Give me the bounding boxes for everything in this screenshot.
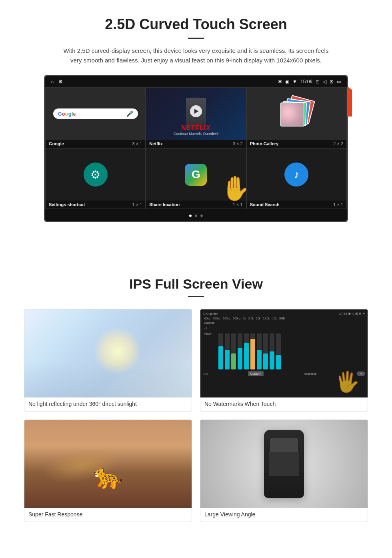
section1-description: With 2.5D curved-display screen, this de… (60, 46, 332, 65)
amp-balance-label: Balance (204, 321, 214, 324)
netflix-app-size: 3 × 2 (233, 141, 243, 146)
google-app-size: 3 × 1 (132, 141, 142, 146)
share-app-size: 1 × 1 (233, 202, 243, 207)
dot-1 (189, 215, 192, 217)
netflix-app-name: Netflix (149, 141, 163, 146)
app-cell-sound[interactable]: ♪ Sound Search 1 × 1 (246, 148, 347, 209)
gallery-app-name: Photo Gallery (250, 141, 279, 146)
loudness-label: loudness (304, 372, 317, 375)
amp-hz-15k: 15k (272, 317, 276, 320)
netflix-cell-inner: NETFLIX Continue Marvel's Daredevil (146, 88, 246, 140)
wifi-icon: ▼ (292, 79, 297, 84)
window-icon: ▭ (337, 79, 341, 84)
eq-bar-8 (263, 333, 268, 369)
settings-icon-wrap: ⚙ (84, 163, 108, 187)
car-shape (264, 430, 304, 498)
gallery-app-size: 2 × 2 (333, 141, 343, 146)
eq-bar-5 (244, 333, 249, 369)
settings-app-name: Settings shortcut (49, 202, 85, 207)
volume-icon: ◁ (323, 79, 326, 84)
app-cell-share[interactable]: G 🤚 Share location 1 × 1 (146, 148, 246, 209)
netflix-label-row: Netflix 3 × 2 (146, 140, 246, 148)
eq-bar-9 (270, 333, 274, 369)
share-app-name: Share location (149, 202, 180, 207)
feature-sunlight: No light reflecting under 360° direct su… (24, 309, 192, 411)
amp-hz-1k: 1k (243, 317, 246, 320)
netflix-play-btn[interactable] (190, 105, 202, 117)
gallery-label-row: Photo Gallery 2 × 2 (247, 140, 346, 148)
scroll-dots (45, 209, 347, 221)
custom-btn[interactable]: Custom (248, 371, 264, 376)
hand-overlay: 🤚 (220, 174, 246, 203)
cheetah-emoji: 🐆 (93, 462, 123, 490)
photo-stack (280, 98, 312, 130)
app-grid: Google 🎤 Google 3 × 1 (45, 87, 347, 209)
photo-card-4 (280, 102, 304, 126)
dot-3 (200, 215, 203, 217)
sound-app-size: 1 × 1 (333, 202, 343, 207)
status-bar-left: ⌂ ⚙ (51, 79, 63, 84)
google-cell-inner: Google 🎤 (46, 88, 145, 140)
amp-time: 17:33 ◉ ◁ ⊠ ⊟ ↩ (339, 312, 365, 315)
netflix-logo: NETFLIX (174, 124, 218, 132)
settings-label-row: Settings shortcut 1 × 1 (46, 201, 145, 209)
section2-title: IPS Full Screen View (24, 276, 368, 292)
google-label-row: Google 3 × 1 (46, 140, 145, 148)
cheetah-label: Super Fast Response (24, 508, 192, 522)
sound-cell-inner: ♪ (247, 149, 346, 201)
google-app-name: Google (49, 141, 64, 146)
watermark-label: No Watermarks When Touch (200, 397, 368, 411)
amp-hz-12k: 12.5k (263, 317, 270, 320)
google-logo: Google (58, 111, 76, 117)
eq-bar-6 (250, 333, 255, 369)
section2-divider (188, 296, 204, 297)
sunlight-image (24, 309, 192, 397)
app-cell-google[interactable]: Google 🎤 Google 3 × 1 (45, 87, 146, 148)
app-cell-settings[interactable]: ⚙ Settings shortcut 1 × 1 (45, 148, 146, 209)
section-curved: 2.5D Curved Touch Screen With 2.5D curve… (0, 0, 392, 236)
device-wrapper: Screen Size 9" ⌂ ⚙ ✱ ◉ ▼ 15:06 ⊡ ◁ (44, 75, 348, 222)
device-screen: ⌂ ⚙ ✱ ◉ ▼ 15:06 ⊡ ◁ ⊠ ▭ (44, 75, 348, 222)
settings-cell-inner: ⚙ (46, 149, 145, 201)
netflix-subtitle: Continue Marvel's Daredevil (174, 132, 218, 136)
amplifier-image: ⌂ Amplifier 17:33 ◉ ◁ ⊠ ⊟ ↩ 60hz 100hz 2… (200, 309, 368, 397)
location-icon: ◉ (285, 79, 289, 84)
page-divider (0, 252, 392, 252)
mic-icon: 🎤 (126, 110, 133, 117)
amp-status-bar: ⌂ Amplifier 17:33 ◉ ◁ ⊠ ⊟ ↩ (203, 312, 365, 315)
section1-divider (188, 38, 204, 39)
time-display: 15:06 (300, 79, 312, 84)
amp-hz-sub: SUB (279, 317, 285, 320)
google-search-bar[interactable]: Google 🎤 (53, 108, 138, 119)
touch-hand-icon: 🖐 (335, 370, 360, 393)
amp-speaker-icon: ◁ (204, 327, 214, 330)
amp-hz-10k: 10k (256, 317, 260, 320)
car-label: Large Viewing Angle (200, 508, 368, 522)
status-bar: ⌂ ⚙ ✱ ◉ ▼ 15:06 ⊡ ◁ ⊠ ▭ (45, 76, 347, 87)
eq-bar-10 (276, 333, 281, 369)
settings-app-size: 1 × 1 (132, 202, 142, 207)
maps-icon: G (185, 164, 207, 186)
camera-icon: ⊡ (316, 79, 320, 84)
section-ips: IPS Full Screen View No light reflecting… (0, 268, 392, 538)
amp-home: ⌂ Amplifier (203, 312, 218, 315)
sound-icon-wrap: ♪ (284, 163, 308, 187)
gear-icon: ⚙ (90, 168, 100, 181)
eq-bar-7 (257, 333, 262, 369)
dot-2 (195, 215, 197, 217)
netflix-info: NETFLIX Continue Marvel's Daredevil (174, 124, 218, 136)
amp-fader-label: Fader (204, 332, 214, 335)
amp-hz-2k: 2.5k (248, 317, 254, 320)
sound-label-row: Sound Search 1 × 1 (247, 201, 346, 209)
features-grid: No light reflecting under 360° direct su… (24, 309, 368, 522)
amp-nav-left[interactable]: ◁◁ (203, 372, 208, 375)
feature-cheetah: 🐆 Super Fast Response (24, 420, 192, 522)
app-cell-gallery[interactable]: Photo Gallery 2 × 2 (246, 87, 347, 148)
home-icon: ⌂ (51, 79, 54, 84)
feature-watermark: ⌂ Amplifier 17:33 ◉ ◁ ⊠ ⊟ ↩ 60hz 100hz 2… (200, 309, 368, 411)
sound-app-name: Sound Search (250, 202, 280, 207)
app-cell-netflix[interactable]: NETFLIX Continue Marvel's Daredevil Netf… (146, 87, 246, 148)
bluetooth-icon: ✱ (278, 79, 282, 84)
eq-bar-3 (231, 333, 236, 369)
sunlight-label: No light reflecting under 360° direct su… (24, 397, 192, 411)
